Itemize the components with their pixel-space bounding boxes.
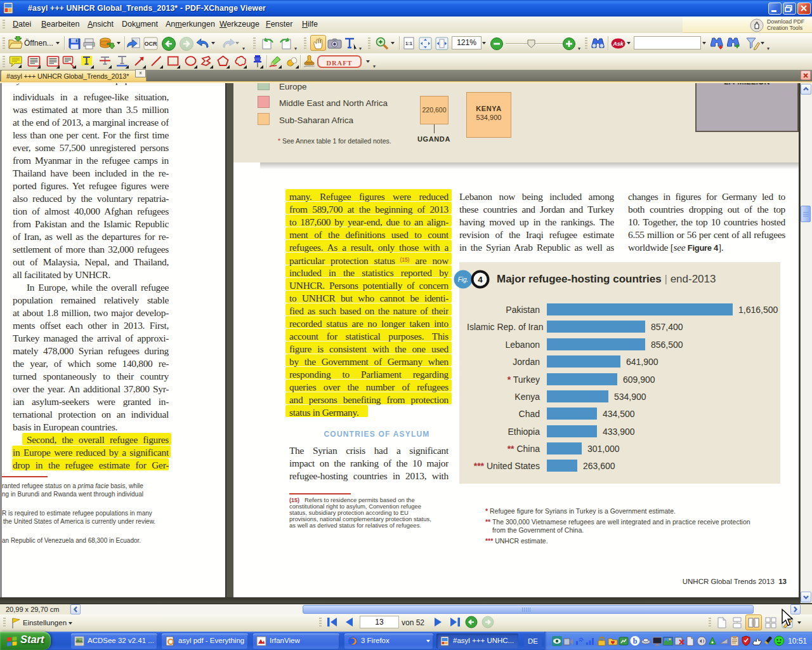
svg-text:Ask: Ask [612,41,624,47]
svg-text:4: 4 [478,275,483,284]
svg-text:OCR: OCR [145,41,158,47]
svg-text:Fig.: Fig. [458,276,469,283]
svg-text:b: b [633,637,638,646]
svg-text:1:1: 1:1 [405,41,412,46]
